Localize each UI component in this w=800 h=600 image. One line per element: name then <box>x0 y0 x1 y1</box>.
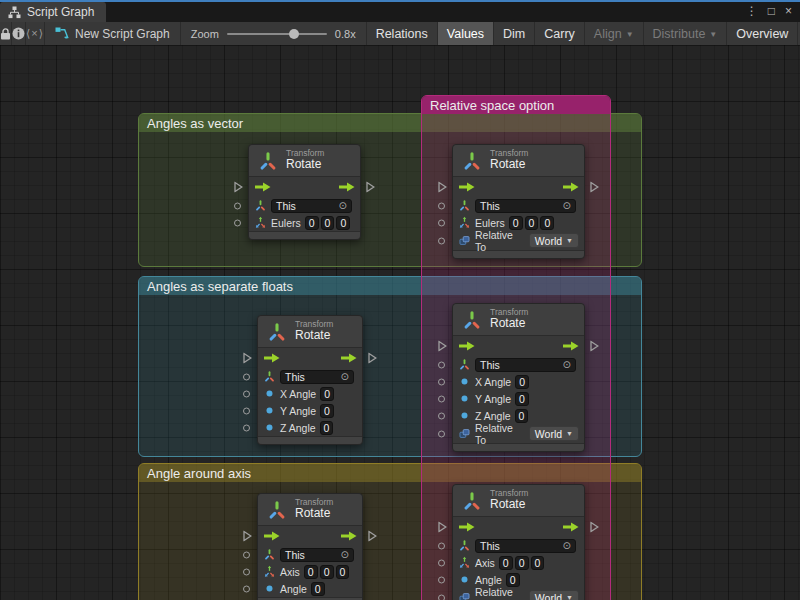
value-input[interactable]: 0 <box>509 216 523 230</box>
flow-output-port[interactable] <box>366 182 375 193</box>
object-field[interactable]: This⊙ <box>280 548 354 562</box>
flow-output-port[interactable] <box>368 353 377 364</box>
eulers-input-port[interactable] <box>234 219 241 226</box>
preview-code-button[interactable]: ⟨×⟩ <box>26 22 44 45</box>
object-field[interactable]: This⊙ <box>271 199 352 213</box>
node-header[interactable]: TransformRotate <box>453 485 584 517</box>
flow-output-port[interactable] <box>590 341 599 352</box>
graph-canvas[interactable]: Angles as vectorAngles as separate float… <box>0 45 800 600</box>
object-picker-icon[interactable]: ⊙ <box>341 550 349 560</box>
x-angle-input-port[interactable] <box>438 378 445 385</box>
flow-input-port[interactable] <box>438 522 447 533</box>
flow-output-port[interactable] <box>590 522 599 533</box>
flow-input-port[interactable] <box>234 182 243 193</box>
close-icon[interactable]: × <box>785 5 792 17</box>
this-input-port[interactable] <box>243 373 250 380</box>
node-header[interactable]: TransformRotate <box>453 304 584 336</box>
value-input[interactable]: 0 <box>320 387 334 401</box>
x-angle-input-port[interactable] <box>243 390 250 397</box>
toolbar-button-distribute[interactable]: Distribute▼ <box>644 22 727 45</box>
object-field[interactable]: This⊙ <box>475 539 576 553</box>
this-input-port[interactable] <box>438 361 445 368</box>
this-input-port[interactable] <box>438 202 445 209</box>
relative-to-dropdown[interactable]: World▼ <box>529 233 579 248</box>
object-field[interactable]: This⊙ <box>475 199 576 213</box>
object-picker-icon[interactable]: ⊙ <box>341 372 349 382</box>
title-bar: Script Graph ⋮ □ × <box>0 0 800 22</box>
graph-name-button[interactable]: New Script Graph <box>45 22 180 45</box>
zoom-slider-knob[interactable] <box>289 29 299 39</box>
eulers-input-port[interactable] <box>438 219 445 226</box>
node-header[interactable]: TransformRotate <box>453 145 584 177</box>
object-picker-icon[interactable]: ⊙ <box>563 360 571 370</box>
flow-input-port[interactable] <box>243 353 252 364</box>
value-input[interactable]: 0 <box>531 556 545 570</box>
kebab-menu-icon[interactable]: ⋮ <box>746 5 758 17</box>
inspect-button[interactable] <box>12 22 25 45</box>
toolbar-button-overview[interactable]: Overview <box>727 22 797 45</box>
toolbar-button-values[interactable]: Values <box>438 22 493 45</box>
toolbar-button-carry[interactable]: Carry <box>535 22 584 45</box>
value-input[interactable]: 0 <box>304 565 318 579</box>
node-transform-rotate[interactable]: TransformRotateThis⊙Axis000Angle0 <box>257 493 363 600</box>
flow-output-port[interactable] <box>590 182 599 193</box>
this-input-port[interactable] <box>438 542 445 549</box>
axis-input-port[interactable] <box>438 559 445 566</box>
node-transform-rotate[interactable]: TransformRotateThis⊙Eulers000Relative To… <box>452 144 585 259</box>
angle-input-port[interactable] <box>438 576 445 583</box>
z-angle-input-port[interactable] <box>243 424 250 431</box>
value-input[interactable]: 0 <box>515 556 529 570</box>
value-input[interactable]: 0 <box>320 421 334 435</box>
flow-input-port[interactable] <box>243 531 252 542</box>
value-input[interactable]: 0 <box>320 404 334 418</box>
relative-to-dropdown[interactable]: World▼ <box>529 426 579 441</box>
object-picker-icon[interactable]: ⊙ <box>339 201 347 211</box>
flow-input-port[interactable] <box>438 341 447 352</box>
group-header[interactable]: Relative space option <box>422 96 610 114</box>
value-input[interactable]: 0 <box>336 565 350 579</box>
y-angle-input-port[interactable] <box>438 395 445 402</box>
node-transform-rotate[interactable]: TransformRotateThis⊙X Angle0Y Angle0Z An… <box>257 315 363 445</box>
relative-to-dropdown[interactable]: World▼ <box>529 590 579 600</box>
value-input[interactable]: 0 <box>311 582 325 596</box>
relative-to-input-port[interactable] <box>438 237 445 244</box>
toolbar-button-align[interactable]: Align▼ <box>585 22 643 45</box>
object-field[interactable]: This⊙ <box>280 370 354 384</box>
node-transform-rotate[interactable]: TransformRotateThis⊙Axis000Angle0Relativ… <box>452 484 585 600</box>
maximize-icon[interactable]: □ <box>768 5 775 17</box>
value-input[interactable]: 0 <box>515 375 529 389</box>
y-angle-input-port[interactable] <box>243 407 250 414</box>
zoom-slider-track[interactable] <box>227 33 327 35</box>
tab-script-graph[interactable]: Script Graph <box>0 2 106 22</box>
lock-button[interactable] <box>0 22 11 45</box>
node-transform-rotate[interactable]: TransformRotateThis⊙X Angle0Y Angle0Z An… <box>452 303 585 452</box>
value-input[interactable]: 0 <box>515 409 529 423</box>
relative-to-input-port[interactable] <box>438 430 445 437</box>
value-input[interactable]: 0 <box>320 565 334 579</box>
this-input-port[interactable] <box>234 202 241 209</box>
object-field[interactable]: This⊙ <box>475 358 576 372</box>
value-input[interactable]: 0 <box>321 216 335 230</box>
angle-input-port[interactable] <box>243 585 250 592</box>
relative-to-input-port[interactable] <box>438 594 445 600</box>
z-angle-input-port[interactable] <box>438 412 445 419</box>
value-input[interactable]: 0 <box>540 216 554 230</box>
object-picker-icon[interactable]: ⊙ <box>563 201 571 211</box>
this-input-port[interactable] <box>243 551 250 558</box>
value-input[interactable]: 0 <box>506 573 520 587</box>
node-header[interactable]: TransformRotate <box>258 316 362 348</box>
object-picker-icon[interactable]: ⊙ <box>563 541 571 551</box>
node-header[interactable]: TransformRotate <box>258 494 362 526</box>
flow-output-port[interactable] <box>368 531 377 542</box>
toolbar-button-dim[interactable]: Dim <box>494 22 534 45</box>
value-input[interactable]: 0 <box>525 216 539 230</box>
value-input[interactable]: 0 <box>336 216 350 230</box>
node-header[interactable]: TransformRotate <box>249 145 360 177</box>
node-transform-rotate[interactable]: TransformRotateThis⊙Eulers000 <box>248 144 361 240</box>
axis-input-port[interactable] <box>243 568 250 575</box>
value-input[interactable]: 0 <box>305 216 319 230</box>
value-input[interactable]: 0 <box>515 392 529 406</box>
value-input[interactable]: 0 <box>499 556 513 570</box>
flow-input-port[interactable] <box>438 182 447 193</box>
toolbar-button-relations[interactable]: Relations <box>367 22 437 45</box>
